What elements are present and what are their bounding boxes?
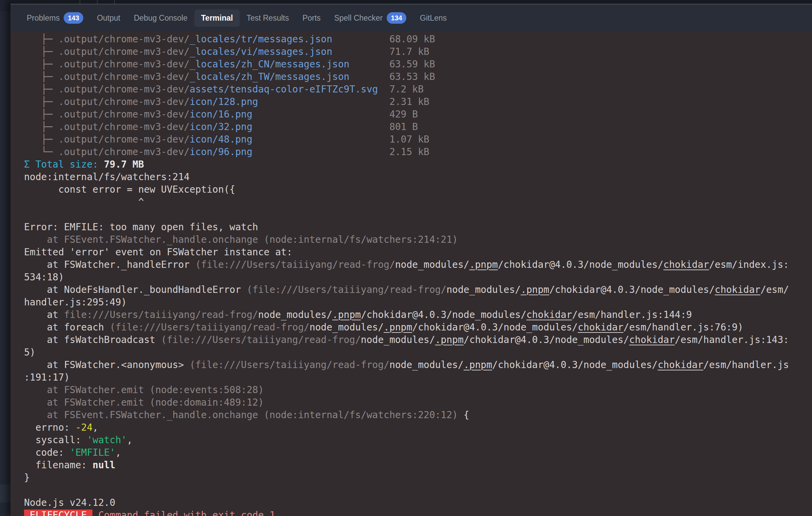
terminal-line: ├─ .output/chrome-mv3-dev/icon/16.png 42…: [24, 108, 812, 121]
terminal-text: 801 B: [252, 121, 418, 132]
terminal-text: Command failed with exit code 1.: [92, 510, 281, 516]
terminal-text: at FSWatcher.emit (node:domain:489:12): [24, 397, 264, 408]
terminal-line: at FSEvent.FSWatcher._handle.onchange (n…: [24, 233, 812, 246]
terminal-text: (file:///Users/taiiiyang/read-frog/: [247, 284, 446, 295]
file-link[interactable]: _locales/vi/messages.json: [190, 46, 332, 57]
terminal-line: at file:///Users/taiiiyang/read-frog/nod…: [24, 308, 812, 321]
terminal-text: 534:18): [24, 272, 64, 283]
path-link[interactable]: .pnpm: [435, 334, 464, 345]
path-link[interactable]: .pnpm: [464, 359, 492, 370]
terminal-text: 'EMFILE': [70, 447, 115, 458]
file-link[interactable]: icon/16.png: [190, 109, 252, 120]
terminal-text: (file:///Users/taiiiyang/read-frog/: [161, 334, 361, 345]
tab-problems[interactable]: Problems143: [20, 8, 90, 28]
terminal-line: ELIFECYCLE Command failed with exit code…: [24, 509, 812, 516]
file-link[interactable]: icon/96.png: [190, 146, 252, 157]
tab-count-badge: 134: [387, 12, 406, 24]
tab-debug-console[interactable]: Debug Console: [127, 9, 194, 27]
terminal-text: at: [24, 309, 64, 320]
path-link[interactable]: .pnpm: [521, 284, 549, 295]
terminal-text: ├─ .output/chrome-mv3-dev/: [24, 84, 190, 95]
tab-label: Ports: [302, 14, 321, 23]
terminal-text: 429 B: [252, 109, 418, 120]
terminal-text: const error = new UVException({: [24, 184, 235, 195]
terminal-line: ^: [24, 196, 812, 208]
terminal-text: Emitted 'error' event on FSWatcher insta…: [24, 246, 292, 258]
terminal-line: ├─ .output/chrome-mv3-dev/_locales/tr/me…: [24, 33, 812, 45]
terminal-text: /esm/index.js:: [709, 259, 789, 270]
background-window-highlight: [0, 485, 10, 502]
path-link[interactable]: chokidar: [527, 309, 572, 320]
terminal-line: :191:17): [24, 371, 812, 384]
terminal-line: [24, 484, 812, 496]
file-link[interactable]: icon/32.png: [190, 121, 252, 132]
terminal-text: /esm/handler.js:143:: [675, 334, 789, 345]
file-link[interactable]: assets/tensdaq-color-eIFTZc9T.svg: [190, 84, 378, 95]
elifecycle-badge: ELIFECYCLE: [24, 510, 92, 516]
terminal-line: 534:18): [24, 271, 812, 283]
terminal-text: -24: [76, 422, 93, 433]
tab-test-results[interactable]: Test Results: [240, 9, 296, 27]
terminal-line: ├─ .output/chrome-mv3-dev/_locales/zh_CN…: [24, 58, 812, 70]
terminal-text: /chokidar@4.0.3/node_modules/: [412, 322, 578, 333]
terminal-line: filename: null: [24, 459, 812, 471]
terminal-text: at FSWatcher.emit (node:events:508:28): [24, 384, 264, 395]
file-link[interactable]: icon/48.png: [190, 134, 252, 145]
terminal-line: at NodeFsHandler._boundHandleError (file…: [24, 283, 812, 296]
terminal-text: 7.2 kB: [378, 84, 424, 95]
terminal-output[interactable]: ├─ .output/chrome-mv3-dev/_locales/tr/me…: [10, 31, 812, 516]
terminal-text: 2.31 kB: [258, 96, 429, 107]
terminal-text: /chokidar@4.0.3/node_modules/: [464, 334, 629, 345]
background-window-top: [0, 0, 10, 11]
terminal-text: 63.59 kB: [349, 59, 435, 70]
terminal-text: 2.15 kB: [252, 146, 429, 157]
tab-output[interactable]: Output: [90, 9, 127, 27]
path-link[interactable]: .pnpm: [384, 322, 412, 333]
terminal-text: ├─ .output/chrome-mv3-dev/: [24, 121, 190, 132]
terminal-text: /chokidar@4.0.3/node_modules/: [361, 309, 527, 320]
terminal-text: node_modules/: [446, 284, 520, 295]
terminal-line: errno: -24,: [24, 421, 812, 434]
path-link[interactable]: chokidar: [663, 259, 709, 270]
path-link[interactable]: chokidar: [715, 284, 761, 295]
terminal-line: at foreach (file:///Users/taiiiyang/read…: [24, 321, 812, 334]
path-link[interactable]: chokidar: [658, 359, 703, 370]
path-link[interactable]: .pnpm: [469, 259, 498, 270]
terminal-text: └─ .output/chrome-mv3-dev/: [24, 146, 190, 157]
tab-terminal[interactable]: Terminal: [194, 9, 240, 27]
terminal-text: 63.53 kB: [349, 71, 435, 82]
tab-label: Test Results: [247, 14, 289, 23]
terminal-text: ,: [92, 422, 98, 433]
terminal-line: const error = new UVException({: [24, 183, 812, 196]
panel-tab-bar: Problems143OutputDebug ConsoleTerminalTe…: [10, 4, 812, 31]
terminal-line: Node.js v24.12.0: [24, 496, 812, 509]
terminal-text: filename:: [24, 459, 92, 471]
terminal-text: /chokidar@4.0.3/node_modules/: [498, 259, 663, 270]
terminal-line: syscall: 'watch',: [24, 434, 812, 446]
terminal-text: at FSEvent.FSWatcher._handle.onchange (n…: [24, 409, 458, 421]
file-link[interactable]: _locales/zh_TW/messages.json: [190, 71, 349, 82]
terminal-text: /esm/handler.js: [703, 359, 789, 370]
terminal-text: 5): [24, 347, 36, 358]
terminal-text: }: [24, 472, 30, 483]
terminal-text: {: [458, 409, 469, 421]
terminal-text: ├─ .output/chrome-mv3-dev/: [24, 59, 190, 70]
tab-spell-checker[interactable]: Spell Checker134: [327, 8, 413, 28]
tab-label: Terminal: [201, 14, 233, 23]
tab-ports[interactable]: Ports: [296, 9, 327, 27]
path-link[interactable]: chokidar: [629, 334, 675, 345]
terminal-line: at FSWatcher.<anonymous> (file:///Users/…: [24, 359, 812, 371]
file-link[interactable]: icon/128.png: [190, 96, 258, 107]
path-link[interactable]: chokidar: [578, 322, 623, 333]
terminal-text: :191:17): [24, 372, 70, 383]
tab-label: Output: [97, 14, 120, 23]
file-link[interactable]: _locales/zh_CN/messages.json: [190, 59, 349, 70]
terminal-text: node_modules/: [389, 359, 464, 370]
terminal-text: Error: EMFILE: too many open files, watc…: [24, 221, 258, 233]
terminal-text: at FSWatcher._handleError: [24, 259, 195, 270]
tab-gitlens[interactable]: GitLens: [413, 9, 453, 27]
file-link[interactable]: _locales/tr/messages.json: [190, 34, 332, 45]
terminal-line: ├─ .output/chrome-mv3-dev/icon/128.png 2…: [24, 95, 812, 108]
path-link[interactable]: .pnpm: [332, 309, 361, 320]
terminal-text: file:///Users/taiiiyang/read-frog/: [64, 309, 258, 320]
